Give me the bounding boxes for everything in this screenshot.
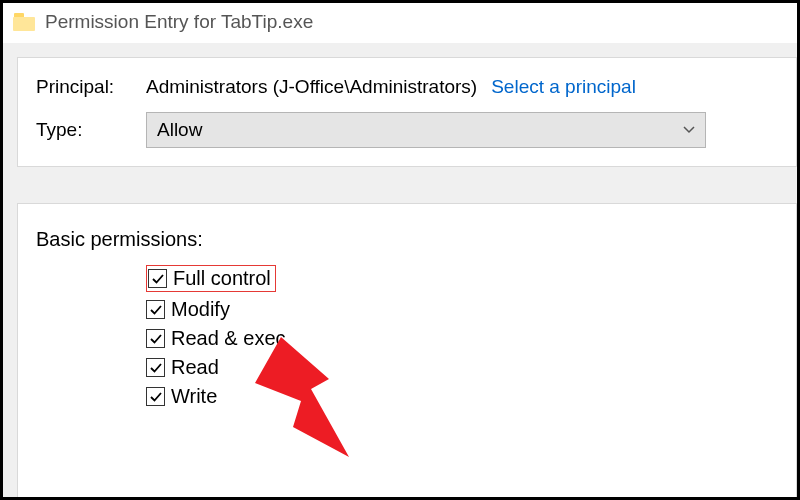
principal-label: Principal: [36,76,146,98]
type-label: Type: [36,119,146,141]
chevron-down-icon [683,126,695,134]
permission-item-read-execute: Read & exec [146,327,778,350]
checkbox-read[interactable] [146,358,165,377]
permission-label: Write [171,385,217,408]
permission-label: Read & exec [171,327,286,350]
permission-item-modify: Modify [146,298,778,321]
checkbox-read-execute[interactable] [146,329,165,348]
type-row: Type: Allow [36,112,778,148]
select-principal-link[interactable]: Select a principal [491,76,636,98]
folder-icon [13,13,35,31]
permission-label: Full control [173,267,271,290]
checkbox-full-control[interactable] [148,269,167,288]
content-area: Principal: Administrators (J-Office\Admi… [3,43,797,497]
type-select-value: Allow [157,119,202,141]
window-title: Permission Entry for TabTip.exe [45,11,313,33]
permission-label: Read [171,356,219,379]
type-select[interactable]: Allow [146,112,706,148]
permission-item-full-control: Full control [146,265,778,292]
permissions-title: Basic permissions: [36,228,778,251]
principal-row: Principal: Administrators (J-Office\Admi… [36,76,778,98]
checkbox-write[interactable] [146,387,165,406]
permissions-panel: Basic permissions: Full control Modify [17,203,797,500]
permission-item-read: Read [146,356,778,379]
permissions-list: Full control Modify Read & exec Rea [36,265,778,368]
permission-label: Modify [171,298,230,321]
principal-panel: Principal: Administrators (J-Office\Admi… [17,57,797,167]
highlight-box: Full control [146,265,276,292]
titlebar: Permission Entry for TabTip.exe [3,3,797,43]
principal-value: Administrators (J-Office\Administrators) [146,76,477,98]
checkbox-modify[interactable] [146,300,165,319]
permission-item-write: Write [146,385,778,408]
